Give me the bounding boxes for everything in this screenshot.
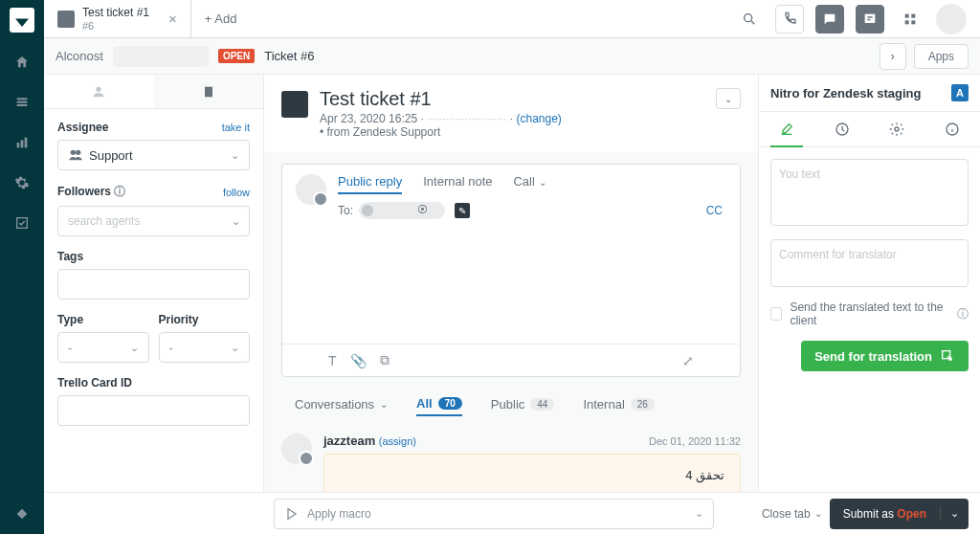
svg-rect-10 <box>911 13 915 17</box>
app-tab-compose[interactable] <box>759 112 814 146</box>
cc-button[interactable]: CC <box>706 204 726 217</box>
app-tab-settings[interactable] <box>870 112 925 146</box>
crumb-requester[interactable] <box>113 46 209 67</box>
translator-comment-input[interactable] <box>770 239 969 287</box>
app-sidebar: Nitro for Zendesk staging A Send the tra… <box>758 75 980 534</box>
next-ticket-button[interactable]: › <box>880 43 906 70</box>
send-to-client-checkbox[interactable] <box>770 307 782 321</box>
author-name: jazzteam <box>323 434 375 448</box>
user-avatar[interactable] <box>936 4 967 34</box>
follow-link[interactable]: follow <box>223 187 250 198</box>
svg-rect-3 <box>17 143 20 147</box>
tab-subtitle: #6 <box>82 20 149 32</box>
message-body: تحقق 4 <box>323 454 741 497</box>
svg-rect-6 <box>17 218 28 229</box>
breadcrumb: Alconost OPEN Ticket #6 › Apps <box>44 38 980 75</box>
priority-label: Priority <box>159 313 251 326</box>
text-format-icon[interactable]: T <box>328 353 337 368</box>
comment-icon[interactable] <box>856 5 884 33</box>
svg-rect-4 <box>21 140 24 147</box>
change-link[interactable]: (change) <box>516 112 561 125</box>
svg-point-7 <box>745 13 752 21</box>
tab-public-reply[interactable]: Public reply <box>338 174 402 194</box>
apps-button[interactable]: Apps <box>914 44 969 69</box>
ticket-title: Test ticket #1 <box>320 88 562 110</box>
info-icon[interactable]: ⓘ <box>957 306 969 323</box>
talk-icon[interactable] <box>775 5 804 33</box>
svg-rect-11 <box>905 20 909 24</box>
take-it-link[interactable]: take it <box>222 122 250 133</box>
tab-title: Test ticket #1 <box>82 6 149 19</box>
reports-icon[interactable] <box>11 132 33 153</box>
ticket-header: Test ticket #1 Apr 23, 2020 16:25 · ····… <box>264 75 758 152</box>
footer-bar: Apply macro ⌄ Close tab ⌄ Submit as Open… <box>44 492 980 534</box>
svg-rect-8 <box>865 13 876 22</box>
compose-editor[interactable] <box>338 219 726 334</box>
settings-icon[interactable] <box>11 172 33 193</box>
priority-select[interactable]: -⌄ <box>159 332 251 363</box>
submit-dropdown[interactable]: ⌄ <box>940 507 969 520</box>
app-tab-history[interactable] <box>814 112 870 146</box>
add-tab-button[interactable]: + Add <box>191 11 251 26</box>
zendesk-products-icon[interactable] <box>11 503 33 524</box>
svg-rect-14 <box>205 86 212 97</box>
filter-internal[interactable]: Internal26 <box>583 397 655 415</box>
tags-input[interactable] <box>57 269 250 300</box>
type-label: Type <box>57 313 149 326</box>
apply-macro-button[interactable]: Apply macro ⌄ <box>274 499 714 529</box>
trello-input[interactable] <box>57 395 250 426</box>
svg-rect-1 <box>17 101 28 103</box>
to-label: To: <box>338 204 353 217</box>
recipient-chip[interactable]: ⦿ <box>359 202 445 219</box>
chevron-down-icon: ⌄ <box>232 215 240 228</box>
tab-call[interactable]: Call ⌄ <box>513 174 546 194</box>
assignee-label: Assignee <box>57 121 108 134</box>
chat-icon[interactable] <box>815 5 844 33</box>
svg-point-16 <box>76 150 80 155</box>
source-text-input[interactable] <box>770 159 969 226</box>
tab-internal-note[interactable]: Internal note <box>423 174 492 194</box>
filter-public[interactable]: Public44 <box>491 397 555 415</box>
type-select[interactable]: -⌄ <box>57 332 149 363</box>
filter-all[interactable]: All70 <box>416 396 462 416</box>
crumb-org[interactable]: Alconost <box>56 49 103 63</box>
conversations-dropdown[interactable]: Conversations ⌄ <box>295 397 388 415</box>
views-icon[interactable] <box>11 92 33 113</box>
svg-point-15 <box>71 150 76 155</box>
user-icon: ⦿ <box>417 204 428 215</box>
ticket-channel-icon <box>281 91 308 118</box>
ticket-number: Ticket #6 <box>264 49 314 63</box>
home-icon[interactable] <box>11 52 33 73</box>
submit-button[interactable]: Submit as Open ⌄ <box>830 499 969 529</box>
search-icon[interactable] <box>735 5 764 33</box>
app-tab-info[interactable] <box>924 112 980 146</box>
apps-grid-icon[interactable] <box>896 5 924 33</box>
app-badge: A <box>951 84 969 101</box>
close-tab-icon[interactable]: × <box>168 11 177 27</box>
left-rail <box>0 0 44 534</box>
svg-rect-5 <box>25 138 28 148</box>
ticket-date: Apr 23, 2020 16:25 <box>320 112 417 125</box>
zendesk-logo[interactable] <box>10 8 34 33</box>
ticket-menu-button[interactable]: ⌄ <box>716 88 741 109</box>
ticket-tab[interactable]: Test ticket #1 #6 × <box>44 0 191 37</box>
attach-icon[interactable]: 📎 <box>350 353 367 368</box>
assign-link[interactable]: (assign) <box>379 435 416 447</box>
expand-editor-icon[interactable]: ⤢ <box>682 353 694 368</box>
widget-icon[interactable] <box>11 212 33 234</box>
message-time: Dec 01, 2020 11:32 <box>649 435 741 447</box>
emoji-icon[interactable]: ⧉ <box>380 352 390 368</box>
svg-rect-9 <box>905 13 909 17</box>
status-badge: OPEN <box>218 49 255 63</box>
topbar: Test ticket #1 #6 × + Add <box>44 0 980 38</box>
followers-input[interactable] <box>57 206 250 236</box>
agent-avatar <box>296 174 326 205</box>
send-translation-button[interactable]: Send for translation <box>801 341 969 371</box>
sidebar-tab-user[interactable] <box>44 75 154 108</box>
sidebar-tab-ticket[interactable] <box>154 75 264 108</box>
svg-point-13 <box>97 86 101 91</box>
edit-recipient-button[interactable]: ✎ <box>455 203 470 218</box>
close-tab-button[interactable]: Close tab ⌄ <box>762 507 822 521</box>
assignee-select[interactable]: Support ⌄ <box>57 140 250 170</box>
ticket-via: • from Zendesk Support <box>320 125 440 139</box>
